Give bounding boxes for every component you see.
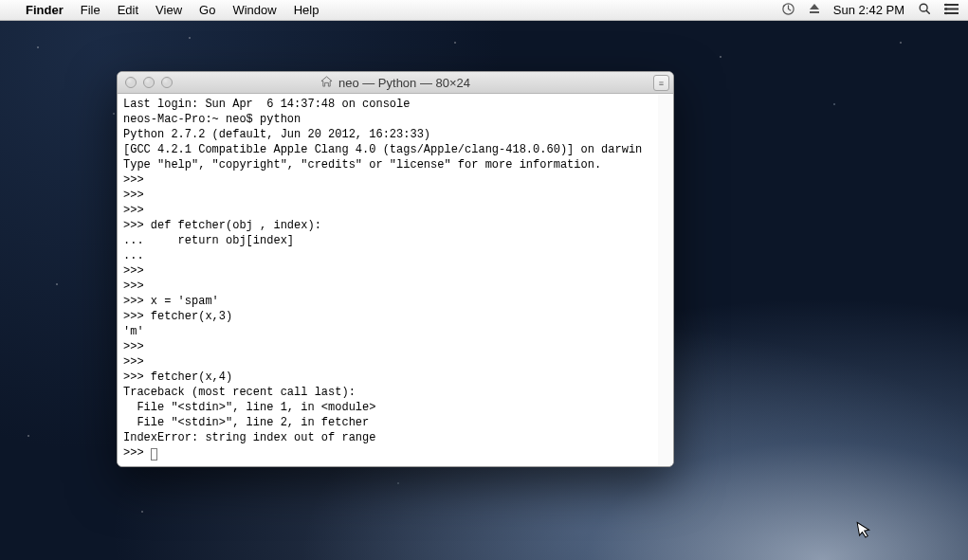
app-menu[interactable]: Finder [17, 0, 72, 21]
window-close-button[interactable] [125, 77, 137, 88]
home-icon [320, 76, 333, 90]
window-title: neo — Python — 80×24 [338, 76, 470, 90]
svg-point-8 [945, 8, 948, 10]
window-zoom-button[interactable] [161, 77, 173, 88]
svg-point-9 [945, 11, 948, 14]
notification-center-icon[interactable] [944, 3, 959, 18]
menu-file[interactable]: File [72, 0, 109, 21]
menu-edit[interactable]: Edit [109, 0, 147, 21]
menu-view[interactable]: View [147, 0, 191, 21]
eject-icon[interactable] [809, 3, 820, 17]
menu-bar-clock[interactable]: Sun 2:42 PM [833, 3, 904, 17]
svg-point-7 [945, 3, 948, 6]
spotlight-icon[interactable] [918, 2, 931, 18]
window-titlebar[interactable]: neo — Python — 80×24 ≡ [118, 72, 673, 94]
terminal-output[interactable]: Last login: Sun Apr 6 14:37:48 on consol… [118, 94, 673, 466]
svg-line-3 [926, 10, 929, 13]
terminal-window: neo — Python — 80×24 ≡ Last login: Sun A… [117, 71, 674, 467]
menu-go[interactable]: Go [191, 0, 224, 21]
menu-bar: Finder File Edit View Go Window Help Sun… [0, 0, 968, 21]
svg-rect-1 [810, 11, 819, 13]
time-machine-icon[interactable] [781, 2, 795, 19]
window-minimize-button[interactable] [143, 77, 155, 88]
terminal-cursor [151, 448, 157, 461]
menu-help[interactable]: Help [285, 0, 328, 21]
menu-window[interactable]: Window [224, 0, 284, 21]
window-proxy-button[interactable]: ≡ [653, 75, 669, 91]
